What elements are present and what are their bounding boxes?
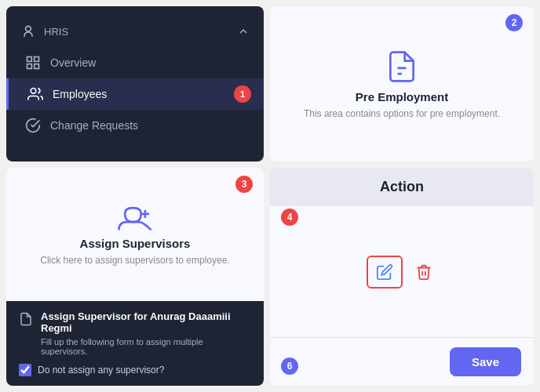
- add-users-icon: [116, 204, 154, 232]
- sidebar-item-change-requests-label: Change Requests: [50, 119, 138, 132]
- save-button[interactable]: Save: [450, 347, 521, 376]
- form-doc-icon: [19, 312, 33, 326]
- svg-point-0: [26, 26, 31, 31]
- svg-rect-2: [35, 57, 39, 62]
- edit-icon: [376, 263, 393, 281]
- sidebar-item-employees[interactable]: Employees 1: [6, 78, 264, 110]
- svg-rect-3: [35, 64, 39, 69]
- assign-supervisors-panel: 3 Assign Supervisors Click here to assig…: [6, 168, 264, 386]
- employees-badge: 1: [234, 85, 251, 103]
- action-badge: 4: [281, 209, 298, 226]
- pre-employment-title: Pre Employment: [356, 90, 448, 103]
- no-supervisor-checkbox-row: Do not assign any supervisor?: [19, 364, 251, 376]
- assign-supervisors-description: Click here to assign supervisors to empl…: [40, 255, 229, 266]
- assign-supervisors-badge: 3: [235, 176, 253, 193]
- form-subtitle: Fill up the following form to assign mul…: [41, 337, 251, 356]
- save-row: 6 Save: [270, 337, 534, 386]
- sidebar-panel: HRIS Overview Employees 1: [6, 6, 264, 162]
- pre-employment-badge: 2: [505, 14, 523, 31]
- pre-employment-description: This area contains options for pre emplo…: [304, 108, 500, 119]
- action-title: Action: [380, 179, 424, 194]
- sidebar-item-overview[interactable]: Overview: [6, 47, 264, 78]
- assign-supervisors-title: Assign Supervisors: [80, 237, 191, 250]
- trash-icon: [415, 263, 432, 281]
- assign-form-bar: Assign Supervisor for Anurag Daaamiii Re…: [6, 301, 264, 386]
- form-title: Assign Supervisor for Anurag Daaamiii Re…: [41, 310, 251, 334]
- svg-point-5: [31, 89, 36, 94]
- sidebar-section-title: HRIS: [44, 26, 68, 38]
- sidebar-item-change-requests[interactable]: Change Requests: [6, 110, 264, 141]
- chevron-up-icon: [237, 25, 250, 38]
- sidebar-item-employees-label: Employees: [53, 88, 107, 100]
- action-header: Action: [270, 168, 534, 206]
- pre-employment-panel: 2 Pre Employment This area contains opti…: [270, 6, 534, 162]
- action-edit-box[interactable]: [367, 256, 403, 289]
- sidebar-section-header: HRIS: [6, 16, 264, 47]
- users-icon: [27, 86, 43, 102]
- action-panel: 4 Action 6 Save: [270, 168, 534, 386]
- check-circle-icon: [25, 118, 41, 133]
- no-supervisor-label: Do not assign any supervisor?: [38, 365, 164, 376]
- svg-rect-4: [27, 64, 32, 69]
- hris-icon: [20, 24, 36, 39]
- document-icon: [385, 49, 419, 84]
- save-badge: 6: [281, 358, 298, 375]
- action-delete-button[interactable]: [410, 259, 437, 285]
- assign-supervisors-top: Assign Supervisors Click here to assign …: [6, 168, 264, 301]
- no-supervisor-checkbox[interactable]: [19, 364, 31, 376]
- grid-icon: [25, 55, 41, 71]
- action-body: [270, 206, 534, 337]
- sidebar-item-overview-label: Overview: [50, 56, 96, 69]
- svg-rect-1: [27, 57, 32, 62]
